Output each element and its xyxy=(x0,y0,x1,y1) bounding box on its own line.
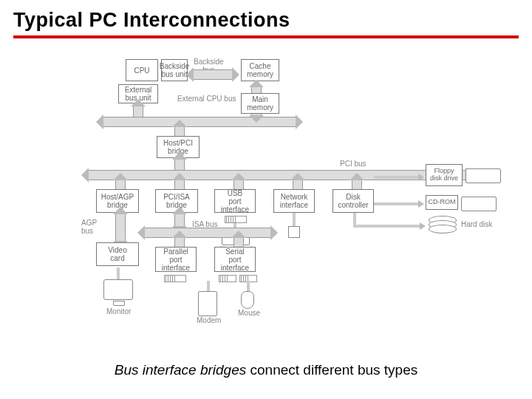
bus-ser-v xyxy=(233,238,244,247)
cdrom-icon xyxy=(461,197,497,211)
label-mouse: Mouse xyxy=(238,309,260,317)
node-cpu: CPU xyxy=(126,59,158,81)
bus-backside xyxy=(194,69,232,80)
title-rule xyxy=(13,35,519,38)
slide: Typical PC Interconnections CPU Backside… xyxy=(0,0,532,399)
node-cache: Cache memory xyxy=(241,59,279,81)
mouse-icon xyxy=(241,291,254,309)
bus-agp xyxy=(115,214,126,241)
bus-pciisa-v xyxy=(174,180,185,189)
floppy-icon xyxy=(466,168,501,183)
bus-isa xyxy=(145,228,270,238)
bus-isa-v xyxy=(174,214,185,226)
label-monitor: Monitor xyxy=(106,307,131,316)
node-floppy: Floppy disk drive xyxy=(426,164,463,186)
bus-par-v xyxy=(174,238,185,247)
node-ser: Serial port interface xyxy=(214,247,256,272)
node-backside-bus-unit: Backside bus unit xyxy=(161,59,188,81)
bus-disk-v xyxy=(352,180,362,189)
usb-connector-icon xyxy=(225,216,247,223)
bus-net-v xyxy=(293,180,303,189)
node-video: Video card xyxy=(96,242,139,266)
bus-agpbr-v xyxy=(115,180,126,189)
label-hdd: Hard disk xyxy=(461,220,492,228)
diagram: CPU Backside bus unit Backside bus Cache… xyxy=(74,59,495,340)
label-ext-cpu-bus: External CPU bus xyxy=(177,95,236,103)
node-usb: USB port interface xyxy=(214,189,256,213)
node-cdrom: CD-ROM xyxy=(426,195,458,210)
caption-emph: Bus interface bridges xyxy=(115,362,247,378)
caption: Bus interface bridges connect different … xyxy=(0,362,532,378)
bus-ext-cpu xyxy=(103,117,296,127)
modem-icon xyxy=(198,291,217,316)
parallel-connector-icon xyxy=(164,275,186,282)
bus-usb-v xyxy=(233,180,244,189)
harddisk-icon xyxy=(429,216,458,233)
monitor-icon xyxy=(103,279,134,304)
page-title: Typical PC Interconnections xyxy=(13,9,290,32)
node-disk-ctrl: Disk controller xyxy=(332,189,374,213)
caption-rest: connect different bus types xyxy=(246,362,417,378)
serial-connector1-icon xyxy=(219,275,236,282)
nethub-icon xyxy=(288,226,300,238)
node-par: Parallel port interface xyxy=(155,247,197,272)
bus-hostpci-v2 xyxy=(174,160,185,170)
node-main-mem: Main memory xyxy=(241,93,279,114)
label-pci-bus: PCI bus xyxy=(340,160,366,168)
label-agp-bus: AGP bus xyxy=(81,219,97,235)
node-net: Network interface xyxy=(273,189,315,213)
label-modem: Modem xyxy=(197,316,221,324)
